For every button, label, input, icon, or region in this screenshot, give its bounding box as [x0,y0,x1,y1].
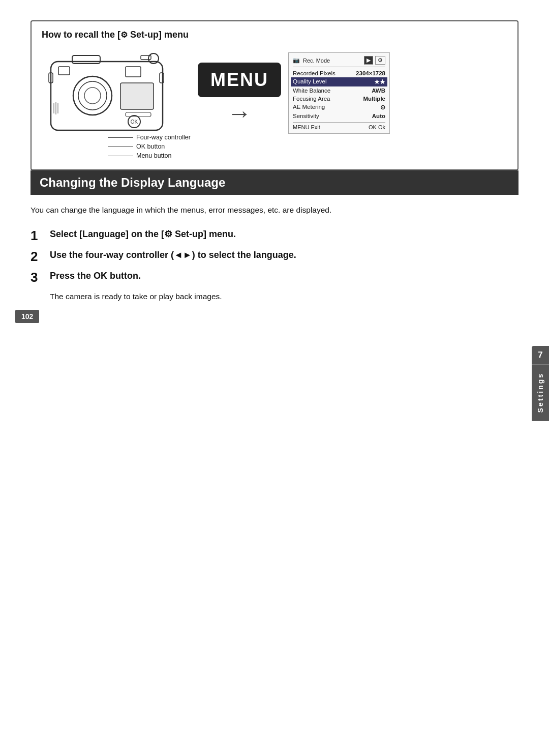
step-3-number: 3 [30,270,50,285]
menu-graphic-section: MENU → [198,47,281,126]
step-3-subtext: The camera is ready to take or play back… [50,290,518,302]
menu-tab-setup: ⚙ [375,56,385,65]
menu-footer: MENU Exit OK Ok [293,122,385,130]
menu-exit-label: MENU Exit [293,124,320,130]
menu-row-ae: AE Metering ⊙ [293,103,385,112]
step-1: 1 Select [Language] on the [⚙ Set-up] me… [30,228,518,244]
svg-point-4 [73,76,112,115]
step-3-text: Press the OK button. [50,270,141,282]
step-2-number: 2 [30,249,50,265]
menu-header: 📷 Rec. Mode ▶ ⚙ [293,56,385,67]
svg-rect-7 [126,67,141,77]
camera-diagram: OK Four-wa [42,47,191,159]
menu-row-sensitivity: Sensitivity Auto [293,112,385,120]
step-1-number: 1 [30,228,50,244]
camera-icon: 📷 [293,57,300,64]
side-tab-area: 7 Settings [532,346,549,421]
step-2: 2 Use the four-way controller (◄►) to se… [30,249,518,265]
steps-list: 1 Select [Language] on the [⚙ Set-up] me… [30,228,518,286]
chapter-badge: 7 [532,346,549,364]
ok-button-label: OK button [136,143,165,150]
recall-box: How to recall the [⚙ Set-up] menu [30,20,518,170]
step-3: 3 Press the OK button. [30,270,518,285]
menu-word-graphic: MENU [198,63,281,97]
svg-text:OK: OK [131,119,138,125]
step-2-text: Use the four-way controller (◄►) to sele… [50,249,296,261]
menu-row-quality: Quality Level ★★ [291,77,387,86]
menu-tabs: ▶ ⚙ [364,56,385,65]
menu-row-focus: Focusing Area Multiple [293,95,385,103]
svg-point-5 [78,81,107,110]
side-tab-label: Settings [532,364,549,421]
intro-text: You can change the language in which the… [30,204,518,217]
camera-svg: OK [42,47,176,139]
menu-tab-play: ▶ [364,56,373,65]
svg-rect-12 [126,112,151,117]
menu-ok-label: OK Ok [369,124,385,130]
svg-rect-9 [120,83,154,109]
svg-rect-1 [72,55,100,64]
svg-rect-8 [58,67,70,75]
page-number: 102 [15,310,39,323]
recall-title: How to recall the [⚙ Set-up] menu [42,30,507,40]
menu-button-label: Menu button [136,152,172,159]
recall-content: OK Four-wa [42,47,507,159]
menu-row-wb: White Balance AWB [293,86,385,95]
step-1-text: Select [Language] on the [⚙ Set-up] menu… [50,228,236,241]
arrow-graphic: → [227,101,252,126]
svg-point-6 [84,88,101,104]
four-way-label: Four-way controller [136,134,191,141]
camera-menu-screenshot: 📷 Rec. Mode ▶ ⚙ Recorded Pixels 2304×172… [288,52,390,134]
menu-row-pixels: Recorded Pixels 2304×1728 [293,69,385,77]
section-header: Changing the Display Language [30,170,518,195]
rec-mode-label: Rec. Mode [303,57,330,64]
